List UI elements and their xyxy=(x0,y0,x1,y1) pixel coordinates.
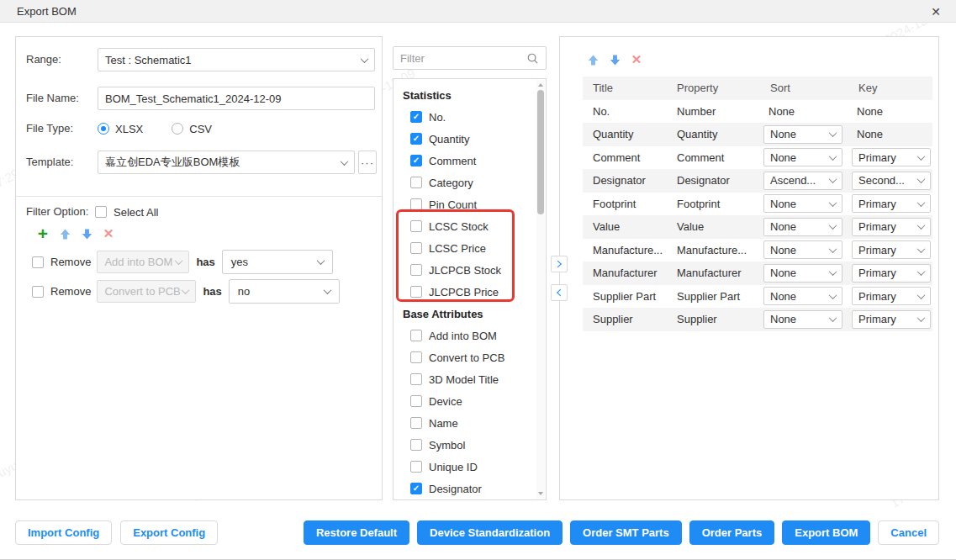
table-row[interactable]: No. Number None None xyxy=(583,100,932,124)
export-bom-button[interactable]: Export BOM xyxy=(782,520,870,545)
rule-field-select[interactable]: Convert to PCB xyxy=(97,280,196,303)
sort-select[interactable]: None xyxy=(763,148,842,166)
table-row[interactable]: Supplier Supplier None Primary xyxy=(583,308,932,331)
key-select[interactable]: Primary xyxy=(852,264,931,283)
select-all-option[interactable]: Select All xyxy=(95,200,158,224)
table-row[interactable]: Designator Designator Ascend... Second..… xyxy=(583,169,932,193)
column-move-down-icon[interactable] xyxy=(608,53,621,66)
table-row[interactable]: Value Value None Primary xyxy=(583,215,932,239)
list-item[interactable]: Unique ID xyxy=(403,456,534,478)
list-item[interactable]: Add into BOM xyxy=(403,325,534,346)
collapse-left-button[interactable] xyxy=(551,284,568,301)
restore-default-button[interactable]: Restore Default xyxy=(304,520,409,545)
table-row[interactable]: Manufacturer Manufacturer None Primary xyxy=(583,262,932,285)
scrollbar-thumb[interactable] xyxy=(537,90,544,214)
scroll-up-icon[interactable] xyxy=(538,83,543,87)
checkbox[interactable] xyxy=(410,111,422,123)
list-item[interactable]: LCSC Price xyxy=(403,237,534,259)
key-select[interactable]: Primary xyxy=(852,194,931,213)
list-item[interactable]: 3D Model Title xyxy=(403,368,534,390)
list-item[interactable]: Name xyxy=(403,412,534,434)
checkbox[interactable] xyxy=(410,220,422,232)
key-select[interactable]: Primary xyxy=(852,287,931,305)
cancel-button[interactable]: Cancel xyxy=(878,520,939,545)
column-move-up-icon[interactable] xyxy=(586,53,599,66)
checkbox[interactable] xyxy=(410,351,422,363)
list-item[interactable]: No. xyxy=(403,106,534,128)
list-item[interactable]: JLCPCB Price xyxy=(403,281,534,303)
file-type-xlsx[interactable]: XLSX xyxy=(98,123,143,135)
scrollbar[interactable] xyxy=(536,80,545,499)
sort-select[interactable]: None xyxy=(763,194,842,213)
range-select[interactable]: Test : Schematic1 xyxy=(98,48,375,71)
sort-select[interactable]: None xyxy=(763,218,842,236)
order-parts-button[interactable]: Order Parts xyxy=(689,520,775,545)
device-standardization-button[interactable]: Device Standardization xyxy=(417,520,563,545)
key-select[interactable]: Primary xyxy=(852,240,931,259)
table-row[interactable]: Supplier Part Supplier Part None Primary xyxy=(583,285,932,309)
expand-right-button[interactable] xyxy=(551,256,568,272)
select-all-checkbox[interactable] xyxy=(95,206,107,218)
sort-select[interactable]: None xyxy=(763,264,842,283)
move-up-icon[interactable] xyxy=(58,227,71,240)
order-smt-parts-button[interactable]: Order SMT Parts xyxy=(570,520,682,545)
checkbox[interactable] xyxy=(410,242,422,254)
list-item[interactable]: LCSC Stock xyxy=(403,215,534,237)
radio-icon[interactable] xyxy=(172,123,183,135)
key-select[interactable]: Primary xyxy=(852,310,931,329)
list-item[interactable]: Device xyxy=(403,390,534,412)
file-type-csv[interactable]: CSV xyxy=(172,123,212,135)
checkbox[interactable] xyxy=(410,264,422,276)
rule-value-select[interactable]: no xyxy=(229,279,340,304)
checkbox[interactable] xyxy=(410,417,422,429)
checkbox[interactable] xyxy=(410,373,422,385)
delete-rule-icon[interactable]: ✕ xyxy=(102,227,115,240)
sort-select[interactable]: None xyxy=(763,240,842,259)
table-row[interactable]: Comment Comment None Primary xyxy=(583,146,932,170)
key-select[interactable]: Primary xyxy=(852,218,931,236)
checkbox[interactable] xyxy=(410,177,422,188)
table-row[interactable]: Manufacture... Manufacture... None Prima… xyxy=(583,239,932,262)
rule-checkbox[interactable] xyxy=(32,256,44,268)
sort-select[interactable]: None xyxy=(763,310,842,329)
move-down-icon[interactable] xyxy=(80,227,93,240)
sort-select[interactable]: None xyxy=(763,287,842,305)
import-config-button[interactable]: Import Config xyxy=(15,520,112,545)
checkbox[interactable] xyxy=(410,286,422,298)
checkbox[interactable] xyxy=(410,133,422,145)
sort-select[interactable]: None xyxy=(763,125,842,144)
rule-checkbox[interactable] xyxy=(32,286,44,298)
list-item[interactable]: Symbol xyxy=(403,434,534,456)
scroll-down-icon[interactable] xyxy=(538,492,543,495)
list-item[interactable]: Comment xyxy=(403,150,534,172)
attribute-filter-input[interactable] xyxy=(400,47,526,69)
close-icon[interactable]: ✕ xyxy=(927,3,944,20)
list-item[interactable]: Convert to PCB xyxy=(403,346,534,368)
key-select[interactable]: Primary xyxy=(852,148,931,166)
rule-value-select[interactable]: yes xyxy=(222,250,333,274)
checkbox[interactable] xyxy=(410,155,422,166)
template-more-button[interactable]: ··· xyxy=(358,151,377,174)
checkbox[interactable] xyxy=(410,461,422,473)
table-row[interactable]: Footprint Footprint None Primary xyxy=(583,193,932,216)
list-item[interactable]: JLCPCB Stock xyxy=(403,259,534,281)
file-name-input[interactable] xyxy=(105,87,367,109)
key-select[interactable]: Second... xyxy=(852,172,931,190)
list-item[interactable]: Category xyxy=(403,172,534,193)
list-item[interactable]: Designator xyxy=(403,478,534,499)
checkbox[interactable] xyxy=(410,483,422,494)
checkbox[interactable] xyxy=(410,439,422,451)
table-row[interactable]: Quantity Quantity None None xyxy=(583,123,932,146)
checkbox[interactable] xyxy=(410,395,422,407)
template-select[interactable]: 嘉立创EDA专业版BOM模板 xyxy=(98,151,355,174)
radio-selected-icon[interactable] xyxy=(98,123,109,135)
list-item[interactable]: Quantity xyxy=(403,128,534,150)
column-delete-icon[interactable]: ✕ xyxy=(630,53,643,66)
sort-select[interactable]: Ascend... xyxy=(763,172,842,190)
add-rule-icon[interactable]: + xyxy=(36,227,50,240)
export-config-button[interactable]: Export Config xyxy=(120,520,218,545)
list-item[interactable]: Pin Count xyxy=(403,193,534,215)
checkbox[interactable] xyxy=(410,198,422,210)
rule-field-select[interactable]: Add into BOM xyxy=(97,251,189,273)
checkbox[interactable] xyxy=(410,330,422,341)
